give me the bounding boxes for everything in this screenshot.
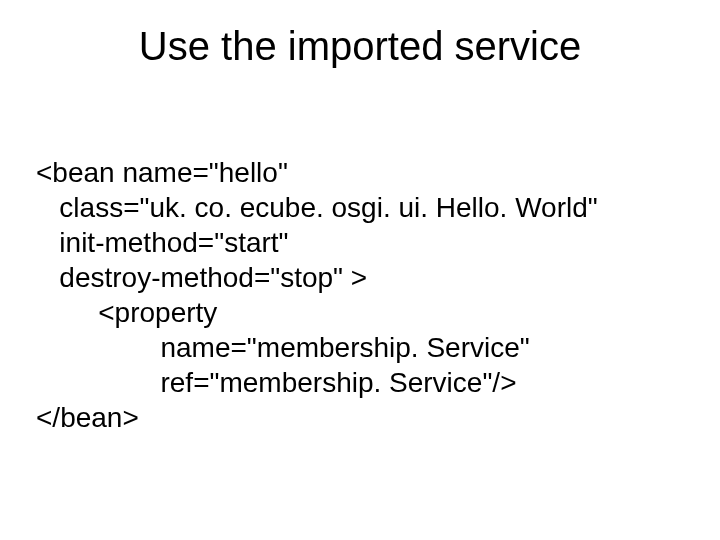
code-line: destroy-method="stop" > xyxy=(36,262,367,293)
code-line: </bean> xyxy=(36,402,139,433)
slide-title: Use the imported service xyxy=(0,24,720,69)
code-line: ref="membership. Service"/> xyxy=(36,367,516,398)
code-line: init-method="start" xyxy=(36,227,289,258)
code-line: name="membership. Service" xyxy=(36,332,530,363)
code-block: <bean name="hello" class="uk. co. ecube.… xyxy=(36,120,684,435)
code-line: <bean name="hello" xyxy=(36,157,288,188)
slide: Use the imported service <bean name="hel… xyxy=(0,0,720,540)
code-line: class="uk. co. ecube. osgi. ui. Hello. W… xyxy=(36,192,598,223)
code-line: <property xyxy=(36,297,217,328)
